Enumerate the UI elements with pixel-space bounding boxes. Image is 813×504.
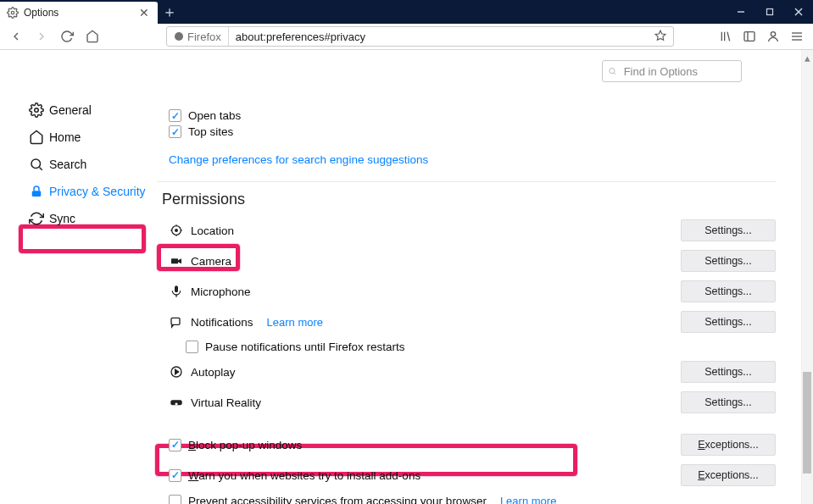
home-icon [29,130,44,145]
scrollbar[interactable]: ▴ [801,50,813,504]
svg-rect-28 [171,258,178,263]
notifications-permission-row: Notifications Learn more Settings... [157,307,776,337]
search-icon [608,66,617,76]
checkbox-label: Prevent accessibility services from acce… [188,495,487,504]
browser-tab-options[interactable]: Options ✕ [0,0,158,24]
svg-rect-30 [175,285,178,292]
lock-icon [29,184,44,199]
location-settings-button[interactable]: Settings... [681,219,776,241]
sidebar-item-label: Search [49,158,86,171]
popup-exceptions-button[interactable]: Exceptions...Exceptions... [681,434,776,456]
gear-icon [29,102,44,118]
notifications-icon [169,314,184,330]
camera-permission-row: Camera Settings... [157,246,776,276]
new-tab-button[interactable]: ＋ [158,0,181,24]
checkbox-label: Top sites [188,125,233,138]
svg-line-18 [39,167,42,169]
divider [157,181,776,182]
notifications-settings-button[interactable]: Settings... [681,311,776,333]
open-tabs-checkbox-row: Open tabs [157,109,776,122]
sidebar-item-label: Home [49,130,81,144]
titlebar: Options ✕ ＋ [0,0,813,24]
vr-permission-row: Virtual Reality Settings... [157,387,776,418]
account-icon[interactable] [762,26,784,47]
checkbox[interactable] [186,341,198,353]
checkbox[interactable] [169,469,181,482]
checkbox[interactable] [169,439,181,451]
svg-point-16 [35,108,39,113]
autoplay-icon [169,364,184,379]
gear-icon [7,7,19,19]
autoplay-settings-button[interactable]: Settings... [681,361,776,383]
addons-exceptions-button[interactable]: Exceptions...Exceptions... [681,464,776,486]
svg-rect-2 [767,9,773,15]
preferences-content: Open tabs Top sites Change preferences f… [157,50,801,504]
sidebar-item-label: Sync [49,212,75,225]
microphone-settings-button[interactable]: Settings... [681,280,776,302]
nav-toolbar: Firefox about:preferences#privacy [0,24,813,50]
scrollbar-thumb[interactable] [803,372,811,474]
learn-more-link[interactable]: Learn more [267,316,323,329]
scroll-up-arrow: ▴ [803,52,811,62]
sidebar-item-label: General [49,103,92,117]
location-permission-row: Location Settings... [157,215,776,246]
svg-rect-19 [32,191,42,197]
permissions-heading: Permissions [162,191,776,208]
permission-label: Location [191,224,234,237]
microphone-permission-row: Microphone Settings... [157,276,776,307]
menu-icon[interactable] [786,26,808,47]
identity-box[interactable]: Firefox [167,27,229,46]
bookmark-star-icon[interactable] [648,30,673,44]
sidebar-item-home[interactable]: Home [0,124,157,151]
top-sites-checkbox-row: Top sites [157,125,776,138]
sidebar-item-privacy[interactable]: Privacy & Security [0,178,157,205]
address-bar[interactable]: Firefox about:preferences#privacy [166,26,674,47]
svg-point-23 [175,230,178,232]
sidebar-icon[interactable] [738,26,760,47]
find-in-options-search[interactable] [602,60,742,82]
close-icon[interactable]: ✕ [137,6,151,19]
permission-label: Microphone [191,285,251,298]
sidebar-item-sync[interactable]: Sync [0,205,157,232]
category-sidebar: General Home Search Privacy & Security S… [0,50,157,504]
library-icon[interactable] [715,26,737,47]
svg-line-9 [727,32,730,42]
change-search-prefs-link[interactable]: Change preferences for search engine sug… [169,153,428,166]
origin-label: Firefox [187,30,221,43]
back-button[interactable] [5,26,27,47]
location-icon [169,223,184,238]
checkbox[interactable] [169,125,181,138]
search-input[interactable] [622,64,736,79]
svg-point-0 [11,11,14,14]
camera-settings-button[interactable]: Settings... [681,250,776,272]
forward-button[interactable] [31,26,53,47]
svg-point-17 [31,159,41,169]
vr-icon [169,395,184,410]
checkbox[interactable] [169,109,181,122]
vr-settings-button[interactable]: Settings... [681,391,776,413]
checkbox-label: BBlock pop-up windowslock pop-up windows [188,439,302,451]
microphone-icon [169,284,184,299]
sidebar-item-label: Privacy & Security [49,185,146,198]
url-text: about:preferences#privacy [229,30,648,43]
permission-label: Virtual Reality [191,396,261,409]
checkbox[interactable] [169,495,181,504]
reload-button[interactable] [56,26,78,47]
svg-line-21 [614,73,615,75]
svg-rect-10 [744,32,755,42]
search-suggestions-link-row: Change preferences for search engine sug… [157,153,776,166]
svg-point-5 [175,32,183,41]
sidebar-item-search[interactable]: Search [0,151,157,178]
maximize-button[interactable] [755,0,784,24]
preferences-page: General Home Search Privacy & Security S… [0,50,813,504]
permission-label: Notifications [191,316,253,329]
checkbox-label: Warn you when websites try to install ad… [188,469,420,482]
window-buttons [727,0,813,24]
close-window-button[interactable] [784,0,813,24]
svg-point-12 [771,32,775,36]
sidebar-item-general[interactable]: General [0,97,157,124]
home-button[interactable] [81,26,103,47]
permission-label: Autoplay [191,366,236,379]
minimize-button[interactable] [727,0,755,24]
learn-more-link[interactable]: Learn more [500,495,556,504]
